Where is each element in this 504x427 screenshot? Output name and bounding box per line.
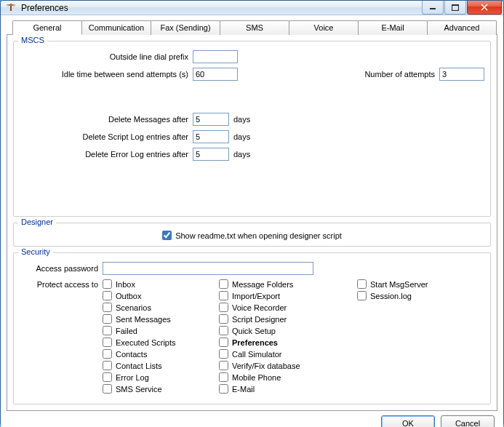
protect-grid: Inbox Outbox Scenarios Sent Messages Fai… xyxy=(103,279,466,394)
delete-error-log-unit: days xyxy=(233,150,250,159)
idle-time-label: Idle time between send attempts (s) xyxy=(20,70,193,79)
checkbox-verify-fix-database[interactable]: Verify/Fix database xyxy=(219,361,328,370)
checkbox-failed[interactable]: Failed xyxy=(103,326,212,335)
checkbox-contacts[interactable]: Contacts xyxy=(103,349,212,359)
client-area: General Communication Fax (Sending) SMS … xyxy=(1,15,503,427)
delete-error-log-input[interactable] xyxy=(193,148,229,161)
svg-rect-4 xyxy=(430,8,436,9)
outside-prefix-input[interactable] xyxy=(193,50,238,63)
show-readme-label: Show readme.txt when opening designer sc… xyxy=(175,231,342,240)
delete-messages-label: Delete Messages after xyxy=(20,115,193,124)
checkbox-message-folders[interactable]: Message Folders xyxy=(219,279,328,289)
tab-strip: General Communication Fax (Sending) SMS … xyxy=(12,20,497,34)
checkbox-voice-recorder[interactable]: Voice Recorder xyxy=(219,303,328,312)
checkbox-scenarios[interactable]: Scenarios xyxy=(103,303,212,312)
group-security: Security Access password Protect access … xyxy=(13,252,491,404)
tab-voice[interactable]: Voice xyxy=(289,20,359,35)
idle-time-input[interactable] xyxy=(193,68,238,81)
ok-button[interactable]: OK xyxy=(381,415,435,427)
protect-col-2: Message Folders Import/Export Voice Reco… xyxy=(219,279,328,394)
delete-script-log-input[interactable] xyxy=(193,130,229,143)
show-readme-checkbox-input[interactable] xyxy=(162,231,172,240)
tab-communication[interactable]: Communication xyxy=(81,20,151,35)
checkbox-preferences[interactable]: Preferences xyxy=(219,338,328,347)
tab-general[interactable]: General xyxy=(12,20,82,35)
tab-page-general: MSCS Outside line dial prefix Idle time … xyxy=(7,34,497,411)
delete-script-log-unit: days xyxy=(233,132,250,141)
maximize-button[interactable] xyxy=(444,1,466,15)
window-buttons xyxy=(422,1,502,15)
titlebar: Preferences xyxy=(1,1,503,15)
window-title: Preferences xyxy=(21,3,422,13)
show-readme-checkbox[interactable]: Show readme.txt when opening designer sc… xyxy=(162,231,342,240)
checkbox-error-log[interactable]: Error Log xyxy=(103,372,212,382)
group-security-legend: Security xyxy=(18,247,53,256)
checkbox-sent-messages[interactable]: Sent Messages xyxy=(103,314,212,324)
cancel-button[interactable]: Cancel xyxy=(441,415,495,427)
app-icon xyxy=(5,2,17,14)
access-password-input[interactable] xyxy=(103,262,313,275)
checkbox-contact-lists[interactable]: Contact Lists xyxy=(103,361,212,370)
tab-email[interactable]: E-Mail xyxy=(358,20,428,35)
checkbox-executed-scripts[interactable]: Executed Scripts xyxy=(103,338,212,347)
minimize-button[interactable] xyxy=(422,1,444,15)
protect-col-1: Inbox Outbox Scenarios Sent Messages Fai… xyxy=(103,279,212,394)
button-bar: OK Cancel xyxy=(7,411,497,427)
tab-advanced[interactable]: Advanced xyxy=(427,20,497,35)
checkbox-import-export[interactable]: Import/Export xyxy=(219,291,328,300)
checkbox-session-log[interactable]: Session.log xyxy=(357,291,466,300)
group-designer: Designer Show readme.txt when opening de… xyxy=(13,223,491,247)
delete-messages-input[interactable] xyxy=(193,113,229,126)
outside-prefix-label: Outside line dial prefix xyxy=(20,52,193,61)
checkbox-sms-service[interactable]: SMS Service xyxy=(103,384,212,394)
attempts-label: Number of attempts xyxy=(304,70,439,79)
svg-point-3 xyxy=(13,4,15,5)
group-designer-legend: Designer xyxy=(18,218,56,226)
protect-access-label: Protect access to xyxy=(20,279,103,289)
checkbox-start-msgserver[interactable]: Start MsgServer xyxy=(357,279,466,289)
protect-col-3: Start MsgServer Session.log xyxy=(357,279,466,394)
checkbox-quick-setup[interactable]: Quick Setup xyxy=(219,326,328,335)
access-password-label: Access password xyxy=(20,264,103,273)
checkbox-mobile-phone[interactable]: Mobile Phone xyxy=(219,372,328,382)
delete-script-log-label: Delete Script Log entries after xyxy=(20,132,193,141)
attempts-input[interactable] xyxy=(439,68,484,81)
group-mscs-legend: MSCS xyxy=(18,36,47,44)
checkbox-inbox[interactable]: Inbox xyxy=(103,279,212,289)
delete-messages-unit: days xyxy=(233,115,250,124)
preferences-window: Preferences General Communication Fax (S… xyxy=(0,0,504,427)
svg-rect-6 xyxy=(452,4,459,6)
svg-point-2 xyxy=(7,4,8,5)
checkbox-script-designer[interactable]: Script Designer xyxy=(219,314,328,324)
group-mscs: MSCS Outside line dial prefix Idle time … xyxy=(13,41,491,217)
delete-error-log-label: Delete Error Log entries after xyxy=(20,150,193,159)
checkbox-outbox[interactable]: Outbox xyxy=(103,291,212,300)
tab-fax[interactable]: Fax (Sending) xyxy=(151,20,220,35)
tab-sms[interactable]: SMS xyxy=(220,20,289,35)
checkbox-e-mail[interactable]: E-Mail xyxy=(219,384,328,394)
close-button[interactable] xyxy=(467,1,502,15)
checkbox-call-simulator[interactable]: Call Simulator xyxy=(219,349,328,359)
